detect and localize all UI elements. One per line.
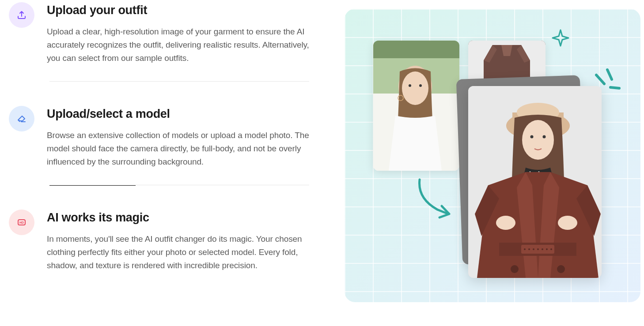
svg-point-31 bbox=[542, 248, 543, 250]
step-upload-outfit: Upload your outfit Upload a clear, high-… bbox=[9, 2, 309, 82]
svg-point-30 bbox=[537, 248, 539, 250]
svg-point-16 bbox=[530, 135, 534, 139]
step-title: Upload your outfit bbox=[47, 4, 309, 17]
svg-point-33 bbox=[550, 248, 552, 250]
svg-text:HD: HD bbox=[19, 221, 24, 224]
sparkle-icon bbox=[551, 29, 570, 47]
svg-point-28 bbox=[528, 248, 530, 250]
svg-point-27 bbox=[524, 248, 526, 250]
step-select-model: Upload/select a model Browse an extensiv… bbox=[9, 106, 309, 185]
result-photo-large bbox=[468, 86, 602, 278]
upload-icon bbox=[9, 2, 34, 28]
step-description: Upload a clear, high-resolution image of… bbox=[47, 25, 309, 65]
hd-icon: HD bbox=[9, 210, 34, 235]
svg-point-7 bbox=[409, 84, 411, 87]
progress-indicator bbox=[49, 185, 136, 186]
step-description: In moments, you'll see the AI outfit cha… bbox=[47, 232, 309, 272]
svg-point-23 bbox=[496, 216, 515, 230]
svg-point-34 bbox=[511, 265, 519, 273]
step-ai-magic: HD AI works its magic In moments, you'll… bbox=[9, 210, 309, 289]
preview-panel bbox=[345, 9, 640, 302]
step-title: AI works its magic bbox=[47, 211, 309, 225]
svg-point-24 bbox=[558, 216, 577, 230]
svg-point-29 bbox=[533, 248, 534, 250]
svg-point-35 bbox=[557, 265, 565, 273]
eraser-icon bbox=[9, 106, 34, 131]
svg-point-6 bbox=[402, 71, 428, 105]
step-description: Browse an extensive collection of models… bbox=[47, 129, 309, 169]
step-title: Upload/select a model bbox=[47, 107, 309, 121]
model-photo-small bbox=[373, 41, 459, 171]
svg-point-17 bbox=[543, 135, 546, 139]
svg-point-15 bbox=[522, 120, 554, 160]
svg-point-32 bbox=[546, 248, 548, 250]
steps-list: Upload your outfit Upload a clear, high-… bbox=[9, 0, 309, 302]
arrow-icon bbox=[413, 174, 459, 221]
svg-point-8 bbox=[419, 84, 422, 87]
